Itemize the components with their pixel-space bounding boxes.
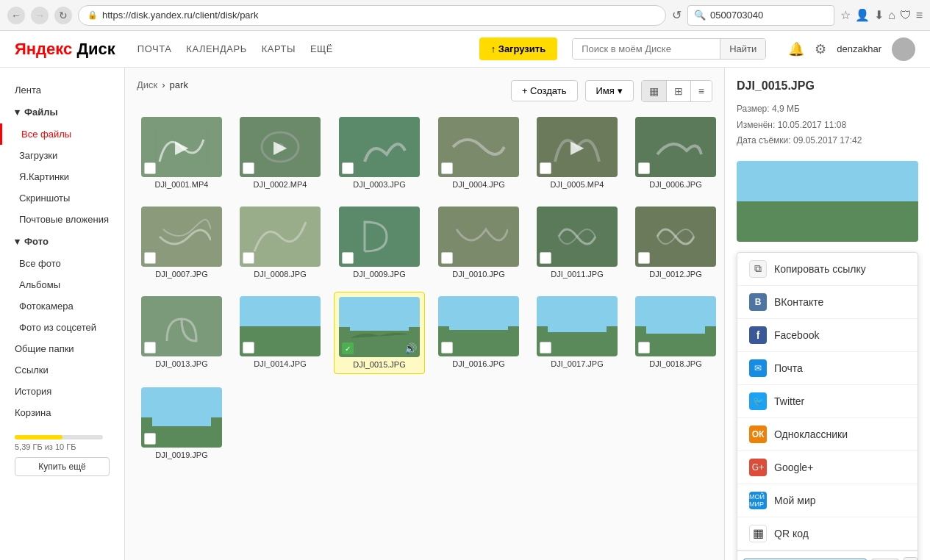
list-item[interactable]: DJI_0003.JPG [334, 112, 425, 193]
share-moi-mir[interactable]: МОЙ МИР Мой мир [737, 484, 918, 517]
shield-icon[interactable]: 🛡 [900, 9, 912, 22]
file-checkbox[interactable] [144, 342, 156, 353]
sidebar-item-downloads[interactable]: Загрузки [0, 145, 124, 166]
date-label: Дата съёмки: [737, 135, 791, 146]
panel-meta: Размер: 4,9 МБ Изменён: 10.05.2017 11:08… [737, 101, 918, 149]
sidebar-item-shared-folders[interactable]: Общие папки [0, 338, 124, 359]
list-item[interactable]: ✓ 🔊 DJI_0015.JPG [334, 292, 425, 374]
file-checkbox[interactable] [342, 162, 354, 174]
settings-icon[interactable]: ⚙ [815, 41, 826, 57]
list-item[interactable]: DJI_0008.JPG [235, 202, 325, 283]
svg-rect-6 [449, 125, 508, 169]
sidebar-section-files[interactable]: ▾ Файлы [0, 101, 124, 123]
reload-button[interactable]: ↻ [54, 7, 72, 24]
sidebar-item-trash[interactable]: Корзина [0, 402, 124, 423]
sidebar-item-all-photos[interactable]: Все фото [0, 253, 124, 274]
notifications-icon[interactable]: 🔔 [788, 41, 804, 57]
share-twitter[interactable]: 🐦 Twitter [737, 385, 918, 418]
file-checkbox-selected[interactable]: ✓ [342, 342, 354, 354]
list-item[interactable]: DJI_0018.JPG [631, 292, 720, 374]
file-checkbox[interactable] [441, 162, 453, 174]
view-grid-large-button[interactable]: ⊞ [667, 81, 691, 101]
list-item[interactable]: DJI_0010.JPG [434, 202, 523, 283]
view-grid-small-button[interactable]: ▦ [642, 81, 667, 101]
vk-label: ВКонтакте [774, 296, 823, 308]
view-list-button[interactable]: ≡ [691, 81, 712, 101]
create-button[interactable]: + Создать [511, 80, 578, 101]
list-item[interactable]: DJI_0012.JPG [631, 202, 720, 283]
list-item[interactable]: DJI_0011.JPG [532, 202, 622, 283]
file-checkbox[interactable] [243, 162, 254, 174]
search-button[interactable]: Найти [720, 39, 765, 59]
sidebar-item-history[interactable]: История [0, 381, 124, 402]
list-item[interactable]: ▶ DJI_0001.MP4 [137, 112, 226, 193]
download-icon[interactable]: ⬇ [874, 8, 884, 22]
list-item[interactable]: ▶ DJI_0005.MP4 [532, 112, 622, 193]
sidebar-item-mail-attachments[interactable]: Почтовые вложения [0, 209, 124, 230]
file-checkbox[interactable] [638, 162, 650, 174]
file-checkbox[interactable] [441, 342, 453, 353]
sidebar-item-albums[interactable]: Альбомы [0, 274, 124, 295]
list-item[interactable]: DJI_0007.JPG [137, 202, 226, 283]
file-checkbox[interactable] [540, 252, 551, 264]
menu-icon[interactable]: ≡ [916, 9, 923, 22]
refresh-icon[interactable]: ↺ [672, 8, 682, 22]
share-vk[interactable]: В ВКонтакте [737, 286, 918, 319]
file-checkbox[interactable] [243, 252, 254, 264]
list-item[interactable]: DJI_0004.JPG [434, 112, 523, 193]
list-item[interactable]: DJI_0019.JPG [137, 383, 226, 464]
share-copy-link[interactable]: ⧉ Копировать ссылку [737, 253, 918, 286]
sidebar-item-screenshots[interactable]: Скриншоты [0, 187, 124, 209]
share-ok[interactable]: ОК Одноклассники [737, 418, 918, 451]
account-icon[interactable]: 👤 [855, 8, 870, 22]
upload-button[interactable]: ↑ Загрузить [479, 37, 558, 60]
file-checkbox[interactable] [144, 162, 156, 174]
file-checkbox[interactable] [342, 252, 354, 264]
list-item[interactable]: DJI_0013.JPG [137, 292, 226, 374]
file-checkbox[interactable] [638, 342, 650, 353]
share-gplus[interactable]: G+ Google+ [737, 451, 918, 484]
sort-button[interactable]: Имя ▾ [585, 80, 634, 101]
browser-search-bar[interactable]: 🔍 0500703040 [687, 5, 834, 26]
nav-more[interactable]: ЕЩЁ [310, 43, 333, 54]
search-input[interactable] [573, 39, 720, 59]
file-checkbox[interactable] [540, 162, 551, 174]
file-checkbox[interactable] [144, 433, 156, 445]
sidebar-item-ya-images[interactable]: Я.Картинки [0, 166, 124, 187]
file-checkbox[interactable] [243, 342, 254, 353]
share-mail[interactable]: ✉ Почта [737, 352, 918, 385]
nav-calendar[interactable]: КАЛЕНДАРЬ [186, 43, 246, 54]
twitter-label: Twitter [774, 395, 804, 407]
file-thumbnail: ✓ 🔊 [339, 297, 420, 357]
sidebar-section-photo[interactable]: ▾ Фото [0, 230, 124, 253]
list-item[interactable]: DJI_0016.JPG [434, 292, 523, 374]
file-checkbox[interactable] [441, 252, 453, 264]
username: denzakhar [837, 43, 881, 54]
nav-mail[interactable]: ПОЧТА [137, 43, 172, 54]
forward-button[interactable]: → [31, 7, 49, 24]
share-copy-button[interactable]: ⬜ [904, 557, 918, 560]
url-bar[interactable]: 🔒 https://disk.yandex.ru/client/disk/par… [78, 5, 666, 26]
list-item[interactable]: DJI_0006.JPG [631, 112, 720, 193]
file-checkbox[interactable] [540, 342, 551, 353]
list-item[interactable]: DJI_0014.JPG [235, 292, 325, 374]
buy-storage-button[interactable]: Купить ещё [15, 457, 110, 476]
list-item[interactable]: ▶ DJI_0002.MP4 [235, 112, 325, 193]
play-icon: ▶ [273, 137, 287, 157]
breadcrumb-root[interactable]: Диск [137, 79, 157, 90]
file-checkbox[interactable] [144, 252, 156, 264]
sidebar-item-links[interactable]: Ссылки [0, 359, 124, 381]
home-icon[interactable]: ⌂ [888, 9, 895, 22]
list-item[interactable]: DJI_0017.JPG [532, 292, 622, 374]
sidebar-item-feed[interactable]: Лента [0, 79, 124, 101]
list-item[interactable]: DJI_0009.JPG [334, 202, 425, 283]
sidebar-item-social-photos[interactable]: Фото из соцсетей [0, 317, 124, 338]
sidebar-item-camera[interactable]: Фотокамера [0, 295, 124, 317]
nav-maps[interactable]: КАРТЫ [262, 43, 296, 54]
file-checkbox[interactable] [638, 252, 650, 264]
share-facebook[interactable]: f Facebook [737, 319, 918, 352]
back-button[interactable]: ← [7, 7, 25, 24]
sidebar-item-all-files[interactable]: Все файлы [0, 123, 124, 145]
star-icon[interactable]: ☆ [840, 8, 851, 22]
share-qr[interactable]: ▦ QR код [737, 517, 918, 550]
